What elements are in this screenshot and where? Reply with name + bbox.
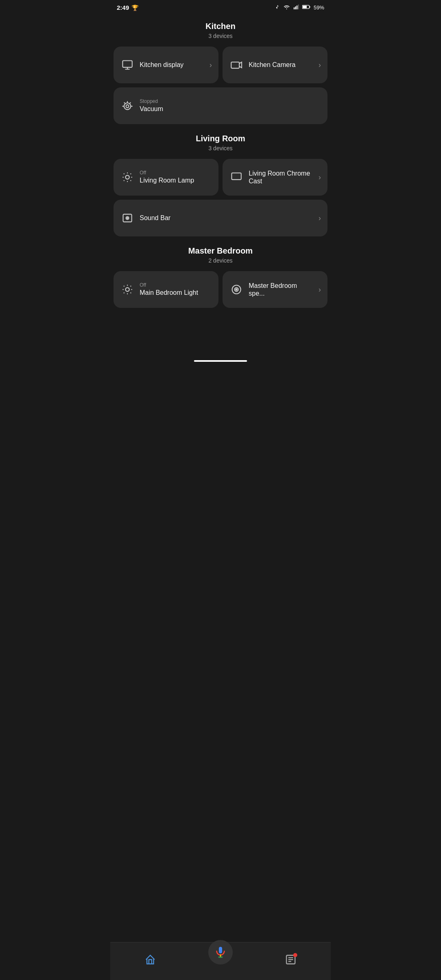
chevron-icon: › xyxy=(318,285,321,294)
svg-point-26 xyxy=(127,218,128,218)
svg-line-18 xyxy=(130,180,131,181)
section-kitchen: Kitchen 3 devices xyxy=(110,13,331,47)
speaker-round-icon xyxy=(229,282,244,297)
soundbar-icon xyxy=(120,211,135,225)
status-left: 2:49 🏆 xyxy=(117,4,138,11)
svg-point-13 xyxy=(126,105,129,108)
svg-rect-5 xyxy=(303,6,307,8)
chromecast-name: Living Room Chrome Cast xyxy=(249,169,314,185)
svg-rect-7 xyxy=(122,61,132,67)
status-time: 2:49 xyxy=(117,4,129,11)
vacuum-info: Stopped Vacuum xyxy=(140,98,321,113)
chromecast-icon xyxy=(229,170,244,185)
master-bedroom-devices-grid: Off Main Bedroom Light Master Bedroom sp… xyxy=(110,271,331,308)
kitchen-display-card[interactable]: Kitchen display › xyxy=(114,47,218,83)
display-icon xyxy=(120,58,135,72)
status-right: 59% xyxy=(274,4,324,11)
signal-icon xyxy=(293,4,299,11)
vacuum-card[interactable]: Stopped Vacuum xyxy=(114,87,327,124)
svg-line-21 xyxy=(124,180,125,181)
living-room-devices-grid: Off Living Room Lamp Living Room Chrome … xyxy=(110,159,331,236)
svg-rect-1 xyxy=(295,7,296,9)
master-bedroom-speaker-info: Master Bedroom spe... xyxy=(249,282,314,297)
svg-line-30 xyxy=(124,286,125,287)
section-master-bedroom: Master Bedroom 2 devices xyxy=(110,238,331,271)
camera-icon xyxy=(229,58,244,72)
main-bedroom-light-name: Main Bedroom Light xyxy=(140,289,212,296)
kitchen-camera-name: Kitchen Camera xyxy=(249,61,314,69)
vacuum-icon xyxy=(120,98,135,113)
kitchen-devices-grid: Kitchen display › Kitchen Camera › xyxy=(110,47,331,124)
svg-point-38 xyxy=(236,289,237,290)
trophy-icon: 🏆 xyxy=(131,4,138,11)
chevron-icon: › xyxy=(318,61,321,69)
svg-line-31 xyxy=(130,292,131,293)
chromecast-info: Living Room Chrome Cast xyxy=(249,169,314,185)
kitchen-title: Kitchen xyxy=(117,22,324,31)
kitchen-display-info: Kitchen display xyxy=(140,61,205,69)
svg-rect-10 xyxy=(231,62,239,68)
svg-line-17 xyxy=(124,174,125,174)
battery-percent: 59% xyxy=(314,4,324,11)
svg-point-27 xyxy=(125,287,129,291)
sound-bar-card[interactable]: Sound Bar › xyxy=(114,200,327,236)
page-content: Kitchen 3 devices Kitchen display › Kitc… xyxy=(110,13,331,359)
sound-bar-info: Sound Bar xyxy=(140,214,314,222)
main-bedroom-light-info: Off Main Bedroom Light xyxy=(140,282,212,296)
vacuum-name: Vacuum xyxy=(140,105,321,113)
svg-point-12 xyxy=(124,103,131,109)
section-living-room: Living Room 3 devices xyxy=(110,126,331,159)
chromecast-card[interactable]: Living Room Chrome Cast › xyxy=(223,159,327,196)
svg-rect-3 xyxy=(298,4,299,9)
lamp-icon xyxy=(120,170,135,185)
master-bedroom-speaker-card[interactable]: Master Bedroom spe... › xyxy=(223,271,327,308)
status-bar: 2:49 🏆 59% xyxy=(110,0,331,13)
home-indicator xyxy=(194,360,247,362)
svg-rect-2 xyxy=(296,6,297,9)
svg-marker-11 xyxy=(239,62,242,68)
wifi-icon xyxy=(283,4,290,11)
living-room-subtitle: 3 devices xyxy=(117,145,324,151)
svg-point-14 xyxy=(125,175,129,179)
living-room-lamp-card[interactable]: Off Living Room Lamp xyxy=(114,159,218,196)
svg-line-22 xyxy=(130,174,131,174)
kitchen-subtitle: 3 devices xyxy=(117,33,324,39)
master-bedroom-subtitle: 2 devices xyxy=(117,257,324,264)
chevron-icon: › xyxy=(318,214,321,223)
master-bedroom-speaker-name: Master Bedroom spe... xyxy=(249,282,314,297)
svg-line-34 xyxy=(124,292,125,293)
living-room-title: Living Room xyxy=(117,134,324,143)
svg-rect-6 xyxy=(310,6,310,8)
chevron-icon: › xyxy=(318,173,321,182)
sound-bar-name: Sound Bar xyxy=(140,214,314,222)
main-bedroom-light-card[interactable]: Off Main Bedroom Light xyxy=(114,271,218,308)
living-room-lamp-name: Living Room Lamp xyxy=(140,176,212,184)
svg-line-35 xyxy=(130,286,131,287)
kitchen-camera-info: Kitchen Camera xyxy=(249,61,314,69)
svg-rect-23 xyxy=(232,173,241,180)
kitchen-display-name: Kitchen display xyxy=(140,61,205,69)
main-bedroom-light-status: Off xyxy=(140,282,212,288)
living-room-lamp-info: Off Living Room Lamp xyxy=(140,170,212,184)
svg-rect-0 xyxy=(294,7,294,9)
bluetooth-icon xyxy=(274,4,280,11)
kitchen-camera-card[interactable]: Kitchen Camera › xyxy=(223,47,327,83)
vacuum-status: Stopped xyxy=(140,98,321,104)
living-room-lamp-status: Off xyxy=(140,170,212,176)
master-bedroom-title: Master Bedroom xyxy=(117,246,324,256)
battery-icon xyxy=(302,4,310,11)
chevron-icon: › xyxy=(209,61,212,69)
bedroom-light-icon xyxy=(120,282,135,297)
